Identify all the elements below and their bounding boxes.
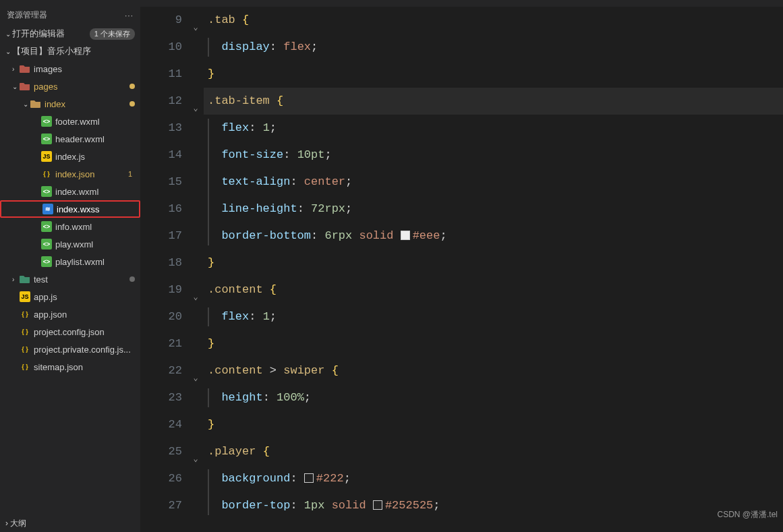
open-editors-row[interactable]: ⌄ 打开的编辑器 1 个未保存 (0, 25, 140, 42)
color-swatch-icon[interactable] (304, 473, 314, 483)
fold-marker[interactable]: ⌄ (187, 88, 204, 115)
line-number: 16 (140, 196, 182, 223)
line-number: 11 (140, 61, 182, 88)
fold-marker[interactable] (187, 330, 204, 357)
file-name: header.wxml (55, 134, 135, 144)
wxml-icon: <> (41, 134, 52, 144)
file-name: index.js (55, 152, 135, 162)
open-editors-label: 打开的编辑器 (12, 28, 90, 40)
code-area[interactable]: .tab { display: flex;}.tab-item { flex: … (204, 7, 783, 532)
code-line[interactable]: display: flex; (204, 34, 783, 61)
folder-row[interactable]: ›test (0, 270, 140, 288)
line-number: 25 (140, 438, 182, 465)
folder-row[interactable]: ⌄pages (0, 78, 140, 95)
outline-section[interactable]: › 大纲 (0, 515, 140, 532)
indent-guide (208, 119, 209, 245)
code-line[interactable]: .content > swiper { (204, 357, 783, 384)
code-line[interactable]: .content { (204, 276, 783, 303)
explorer-header: 资源管理器 ··· (0, 7, 140, 25)
code-line[interactable]: } (204, 61, 783, 88)
code-line[interactable]: border-bottom: 6rpx solid #eee; (204, 223, 783, 249)
fold-marker[interactable]: ⌄ (187, 7, 204, 34)
file-row[interactable]: { }index.json1 (0, 165, 140, 183)
file-name: project.config.json (34, 327, 135, 337)
file-name: images (34, 64, 135, 74)
chevron-down-icon: ⌄ (23, 100, 30, 108)
fold-gutter[interactable]: ⌄⌄⌄⌄⌄ (187, 7, 204, 532)
fold-marker[interactable] (187, 411, 204, 438)
outline-label: 大纲 (10, 519, 26, 528)
json-icon: { } (20, 326, 30, 337)
indent-guide (208, 388, 209, 407)
file-name: sitemap.json (34, 362, 135, 372)
unsaved-badge: 1 个未保存 (90, 28, 135, 40)
tab-bar (0, 0, 783, 7)
code-line[interactable]: border-top: 1px solid #252525; (204, 492, 783, 519)
fold-marker[interactable] (187, 249, 204, 276)
json-icon: { } (20, 361, 30, 372)
file-name: index (45, 99, 129, 109)
file-row[interactable]: <>header.wxml (0, 130, 140, 148)
wxml-icon: <> (41, 116, 52, 127)
code-line[interactable]: .player { (204, 438, 783, 465)
code-line[interactable]: flex: 1; (204, 115, 783, 142)
code-line[interactable]: } (204, 411, 783, 438)
color-swatch-icon[interactable] (401, 231, 410, 240)
code-line[interactable]: } (204, 330, 783, 357)
code-line[interactable]: background: #222; (204, 465, 783, 492)
file-name: info.wxml (55, 222, 135, 232)
color-swatch-icon[interactable] (373, 500, 382, 510)
file-name: index.json (55, 169, 125, 179)
line-number: 24 (140, 411, 182, 438)
file-row[interactable]: <>footer.wxml (0, 113, 140, 130)
file-row[interactable]: ≋index.wxss (0, 200, 140, 218)
file-row[interactable]: <>play.wxml (0, 235, 140, 253)
project-label: 【项目】音乐小程序 (12, 45, 135, 57)
wxss-icon: ≋ (42, 204, 53, 214)
line-number: 21 (140, 330, 182, 357)
fold-marker[interactable] (187, 223, 204, 249)
mod-badge: 1 (125, 170, 135, 178)
code-line[interactable]: font-size: 10pt; (204, 142, 783, 169)
folder-icon (20, 81, 30, 92)
code-line[interactable]: height: 100%; (204, 384, 783, 411)
file-name: app.json (34, 309, 135, 320)
file-row[interactable]: JSindex.js (0, 148, 140, 165)
fold-marker[interactable] (187, 61, 204, 88)
project-root-row[interactable]: ⌄ 【项目】音乐小程序 (0, 42, 140, 60)
fold-marker[interactable] (187, 492, 204, 519)
file-row[interactable]: <>playlist.wxml (0, 253, 140, 270)
folder-row[interactable]: ⌄index (0, 95, 140, 113)
more-icon[interactable]: ··· (125, 11, 134, 20)
code-line[interactable]: .tab-item { (204, 88, 783, 115)
file-row[interactable]: { }project.private.config.js... (0, 341, 140, 358)
fold-marker[interactable] (187, 169, 204, 196)
json-icon: { } (41, 169, 52, 179)
file-row[interactable]: JSapp.js (0, 288, 140, 305)
code-line[interactable]: flex: 1; (204, 303, 783, 330)
code-editor[interactable]: 9101112131415161718192021222324252627 ⌄⌄… (140, 7, 783, 532)
fold-marker[interactable]: ⌄ (187, 276, 204, 303)
fold-marker[interactable]: ⌄ (187, 438, 204, 465)
code-line[interactable]: } (204, 249, 783, 276)
chevron-down-icon: ⌄ (5, 30, 12, 38)
fold-marker[interactable]: ⌄ (187, 357, 204, 384)
file-row[interactable]: { }sitemap.json (0, 358, 140, 376)
file-name: project.private.config.js... (34, 345, 135, 355)
chevron-right-icon: › (12, 65, 19, 73)
file-row[interactable]: { }app.json (0, 305, 140, 323)
code-line[interactable]: line-height: 72rpx; (204, 196, 783, 223)
code-line[interactable]: .tab { (204, 7, 783, 34)
line-number: 13 (140, 115, 182, 142)
chevron-down-icon: ⌄ (12, 83, 19, 90)
fold-marker[interactable] (187, 196, 204, 223)
file-row[interactable]: <>index.wxml (0, 183, 140, 200)
folder-row[interactable]: ›images (0, 60, 140, 78)
wxml-icon: <> (41, 186, 52, 197)
code-line[interactable]: text-align: center; (204, 169, 783, 196)
file-row[interactable]: { }project.config.json (0, 323, 140, 341)
file-row[interactable]: <>info.wxml (0, 218, 140, 235)
fold-marker[interactable] (187, 142, 204, 169)
folder-icon (30, 98, 41, 109)
js-icon: JS (20, 291, 30, 302)
